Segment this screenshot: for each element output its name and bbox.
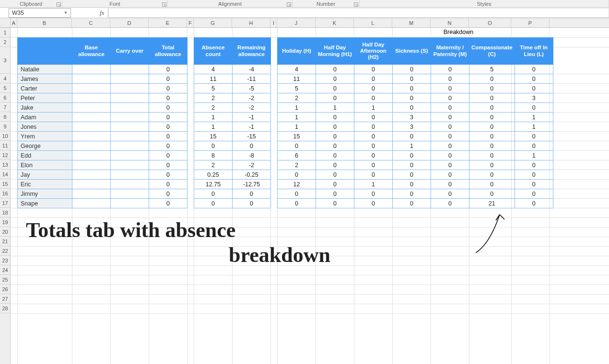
row-header[interactable]: 11 <box>0 141 10 150</box>
row-header[interactable]: 12 <box>0 150 10 160</box>
cell-holiday[interactable]: 4 <box>278 65 316 74</box>
row-header[interactable]: 13 <box>0 160 10 170</box>
cell-half-day-morning[interactable]: 0 <box>316 65 354 74</box>
cell-holiday[interactable]: 1 <box>278 113 316 122</box>
cell-total-allowance[interactable]: 0 <box>149 74 187 84</box>
cell-compassionate[interactable]: 0 <box>469 170 515 180</box>
cell-absence-count[interactable]: 1 <box>194 113 233 122</box>
cell-name[interactable]: Peter <box>18 93 72 103</box>
cell-half-day-morning[interactable]: 0 <box>316 74 354 84</box>
cell-remaining-allowance[interactable]: 0 <box>233 141 271 151</box>
spreadsheet-grid[interactable]: 1234567891011121314151617181920212223242… <box>0 18 609 364</box>
cell-carry-over[interactable] <box>111 132 149 141</box>
row-header[interactable]: 25 <box>0 275 10 284</box>
cell-base-allowance[interactable] <box>72 180 111 189</box>
table-row[interactable]: Jimmy0000000000 <box>18 189 553 199</box>
cell-remaining-allowance[interactable]: -5 <box>233 84 271 93</box>
column-header[interactable]: L <box>354 18 392 27</box>
row-header[interactable]: 3 <box>0 47 10 74</box>
cell-half-day-morning[interactable]: 0 <box>316 141 354 151</box>
cell-total-allowance[interactable]: 0 <box>149 65 187 74</box>
cell-base-allowance[interactable] <box>72 93 111 103</box>
cell-absence-count[interactable]: 11 <box>194 74 233 84</box>
cell-time-off[interactable]: 0 <box>515 199 553 208</box>
cell-base-allowance[interactable] <box>72 84 111 93</box>
dialog-launcher-icon[interactable]: ↘ <box>162 2 166 7</box>
cell-maternity[interactable]: 0 <box>431 103 469 113</box>
cell-time-off[interactable]: 0 <box>515 180 553 189</box>
cell-sickness[interactable]: 0 <box>393 199 431 208</box>
cell-compassionate[interactable]: 0 <box>469 74 515 84</box>
cell-maternity[interactable]: 0 <box>431 74 469 84</box>
cell-carry-over[interactable] <box>111 103 149 113</box>
cell-carry-over[interactable] <box>111 65 149 74</box>
cell-half-day-afternoon[interactable]: 0 <box>354 141 393 151</box>
cell-base-allowance[interactable] <box>72 74 111 84</box>
cell-absence-count[interactable]: 0 <box>194 189 233 199</box>
cell-half-day-morning[interactable]: 0 <box>316 113 354 122</box>
cell-half-day-afternoon[interactable]: 0 <box>354 122 393 132</box>
cell-sickness[interactable]: 0 <box>393 170 431 180</box>
cell-maternity[interactable]: 0 <box>431 132 469 141</box>
cell-maternity[interactable]: 0 <box>431 141 469 151</box>
row-header[interactable]: 28 <box>0 304 10 313</box>
cell-remaining-allowance[interactable]: 0 <box>233 189 271 199</box>
cell-maternity[interactable]: 0 <box>431 84 469 93</box>
cell-holiday[interactable]: 2 <box>278 160 316 170</box>
cell-maternity[interactable]: 0 <box>431 170 469 180</box>
cell-half-day-afternoon[interactable]: 1 <box>354 180 393 189</box>
cell-absence-count[interactable]: 1 <box>194 122 233 132</box>
select-all-corner[interactable] <box>0 18 10 28</box>
cell-carry-over[interactable] <box>111 151 149 160</box>
cell-time-off[interactable]: 1 <box>515 122 553 132</box>
cell-total-allowance[interactable]: 0 <box>149 132 187 141</box>
cell-name[interactable]: Natalie <box>18 65 72 74</box>
cell-remaining-allowance[interactable]: -12.75 <box>233 180 271 189</box>
cell-name[interactable]: Edd <box>18 151 72 160</box>
cell-maternity[interactable]: 0 <box>431 199 469 208</box>
column-header[interactable]: N <box>431 18 469 27</box>
cell-base-allowance[interactable] <box>72 151 111 160</box>
column-header[interactable]: M <box>392 18 431 27</box>
cell-compassionate[interactable]: 0 <box>469 160 515 170</box>
cell-half-day-afternoon[interactable]: 0 <box>354 170 393 180</box>
column-header[interactable]: P <box>511 18 550 27</box>
cell-half-day-morning[interactable]: 0 <box>316 122 354 132</box>
table-row[interactable]: Peter02-22000003 <box>18 93 553 103</box>
row-header[interactable]: 15 <box>0 179 10 189</box>
row-header[interactable]: 4 <box>0 74 10 83</box>
cell-sickness[interactable]: 0 <box>393 65 431 74</box>
cell-half-day-morning[interactable]: 0 <box>316 84 354 93</box>
cell-holiday[interactable]: 1 <box>278 122 316 132</box>
cell-absence-count[interactable]: 5 <box>194 84 233 93</box>
cell-remaining-allowance[interactable]: -2 <box>233 93 271 103</box>
cell-sickness[interactable]: 0 <box>393 160 431 170</box>
cell-maternity[interactable]: 0 <box>431 189 469 199</box>
cell-absence-count[interactable]: 2 <box>194 160 233 170</box>
column-header[interactable]: G <box>194 18 232 27</box>
cell-absence-count[interactable]: 0 <box>194 141 233 151</box>
row-header[interactable]: 10 <box>0 131 10 141</box>
table-row[interactable]: Yrem015-1515000000 <box>18 132 553 141</box>
cell-holiday[interactable]: 11 <box>278 74 316 84</box>
cell-carry-over[interactable] <box>111 84 149 93</box>
cell-time-off[interactable]: 1 <box>515 151 553 160</box>
cell-remaining-allowance[interactable]: -2 <box>233 160 271 170</box>
row-header[interactable]: 22 <box>0 246 10 256</box>
cell-name[interactable]: Yrem <box>18 132 72 141</box>
column-header[interactable]: K <box>316 18 354 27</box>
cell-name[interactable]: Carter <box>18 84 72 93</box>
row-header[interactable]: 20 <box>0 227 10 237</box>
column-header[interactable]: F <box>187 18 194 27</box>
column-header[interactable]: I <box>270 18 277 27</box>
cell-base-allowance[interactable] <box>72 199 111 208</box>
cell-remaining-allowance[interactable]: -2 <box>233 103 271 113</box>
cell-carry-over[interactable] <box>111 180 149 189</box>
cell-total-allowance[interactable]: 0 <box>149 141 187 151</box>
cell-compassionate[interactable]: 0 <box>469 180 515 189</box>
cell-sickness[interactable]: 1 <box>393 141 431 151</box>
cell-total-allowance[interactable]: 0 <box>149 170 187 180</box>
cell-holiday[interactable]: 6 <box>278 151 316 160</box>
cell-sickness[interactable]: 3 <box>393 113 431 122</box>
cell-remaining-allowance[interactable]: -0.25 <box>233 170 271 180</box>
